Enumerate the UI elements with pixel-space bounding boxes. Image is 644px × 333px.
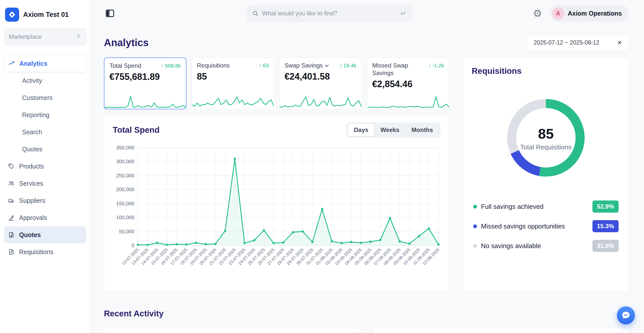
kpi-value: €755,681.89 <box>109 72 181 82</box>
recent-activity-title: Recent Activity <box>104 308 629 320</box>
page-head: Analytics 2025-07-12 ~ 2025-08-12 <box>104 34 629 51</box>
sidebar-item-label: Quotes <box>19 231 41 239</box>
kpi-label: Missed Swap Savings <box>372 62 418 77</box>
settings-gear-icon[interactable]: ⚙ <box>533 8 542 18</box>
sidebar-item-label: Analytics <box>19 60 47 67</box>
requisitions-title: Requisitions <box>472 66 620 76</box>
close-icon <box>617 40 623 46</box>
sidebar-item-label: Requisitions <box>19 248 53 256</box>
app-title: Axiom Test 01 <box>23 11 69 19</box>
app-logo-icon <box>5 8 19 22</box>
user-menu[interactable]: A Axiom Operations <box>550 5 629 22</box>
trend-up-icon: ↑ <box>339 62 342 68</box>
recent-activity-row <box>104 328 629 333</box>
recent-activity-card-right <box>372 328 629 333</box>
trend-up-icon: ↑ <box>161 63 164 69</box>
page-content: Analytics 2025-07-12 ~ 2025-08-12 Total … <box>91 27 644 333</box>
subitem-label: Customers <box>22 94 53 102</box>
requisition-document-icon <box>8 249 15 255</box>
tab-weeks[interactable]: Weeks <box>374 124 406 136</box>
kpi-card-swap-savings[interactable]: Swap Savings ↑ 18.4k €24,401.58 <box>279 57 362 109</box>
donut-total-value: 85 <box>538 125 554 142</box>
chat-widget-button[interactable] <box>617 306 635 324</box>
kpi-card-total-spend[interactable]: Total Spend ↑ 508.8k €755,681.89 <box>104 57 186 109</box>
tab-days[interactable]: Days <box>348 124 374 136</box>
tab-months[interactable]: Months <box>406 124 439 136</box>
dashboard-grid: Total Spend ↑ 508.8k €755,681.89 Requisi… <box>104 57 629 291</box>
requisitions-legend: Full savings achieved 52.9% Missed savin… <box>472 199 620 253</box>
people-icon <box>8 180 15 187</box>
recent-activity-card-left <box>104 328 360 333</box>
collapse-sidebar-button[interactable] <box>104 7 116 19</box>
legend-label: Full savings achieved <box>481 203 544 211</box>
legend-row-missed-savings: Missed savings opportunities 15.3% <box>473 219 619 234</box>
svg-text:100,000: 100,000 <box>116 215 134 220</box>
page-title: Analytics <box>104 37 149 48</box>
kpi-label: Total Spend <box>109 62 141 70</box>
main-area: ⚙ A Axiom Operations Analytics 2025-07-1… <box>91 0 644 333</box>
kpi-value: €24,401.58 <box>285 71 356 82</box>
dashboard-left-column: Total Spend ↑ 508.8k €755,681.89 Requisi… <box>104 57 449 291</box>
sidebar-item-label: Suppliers <box>19 197 45 204</box>
sidebar-item-label: Products <box>19 163 44 170</box>
svg-text:300,000: 300,000 <box>116 159 134 164</box>
trend-down-icon: ↓ <box>428 62 431 68</box>
sidebar-item-quotes[interactable]: Quotes <box>4 226 86 243</box>
sidebar-subitem-activity[interactable]: Activity <box>4 72 86 89</box>
date-range-filter[interactable]: 2025-07-12 ~ 2025-08-12 <box>527 34 629 51</box>
legend-label: Missed savings opportunities <box>481 222 565 230</box>
topbar: ⚙ A Axiom Operations <box>91 0 644 27</box>
clear-date-range-button[interactable] <box>617 40 623 46</box>
workspace-selector[interactable]: Marketplace <box>4 28 86 45</box>
svg-text:150,000: 150,000 <box>116 201 134 206</box>
legend-dot <box>473 224 477 228</box>
total-spend-chart: 050,000100,000150,000200,000250,000300,0… <box>113 144 440 283</box>
sidebar-subitem-reporting[interactable]: Reporting <box>4 106 86 123</box>
legend-dot <box>473 205 477 209</box>
requisitions-panel: Requisitions 85 Total Requisitions Full … <box>463 57 629 291</box>
quote-document-icon <box>8 231 15 238</box>
analytics-chart-icon <box>8 60 15 67</box>
kpi-sparkline <box>367 94 449 109</box>
kpi-label: Requisitions <box>197 62 230 69</box>
sidebar-subitem-quotes[interactable]: Quotes <box>4 141 86 158</box>
legend-row-full-savings: Full savings achieved 52.9% <box>473 199 619 214</box>
legend-dot <box>473 244 477 248</box>
sidebar-item-approvals[interactable]: Approvals <box>4 209 86 226</box>
kpi-trend: ↓ -1.2k <box>428 62 444 77</box>
sidebar-item-services[interactable]: Services <box>4 175 86 192</box>
tag-icon <box>8 163 15 170</box>
sidebar-nav: Analytics Activity Customers Reporting S… <box>0 45 90 260</box>
panel-collapse-icon <box>105 8 115 19</box>
search-input[interactable] <box>262 10 396 17</box>
sidebar-item-analytics[interactable]: Analytics <box>4 55 86 72</box>
sidebar-item-label: Services <box>19 180 43 187</box>
subitem-label: Reporting <box>22 111 49 119</box>
sidebar-item-label: Approvals <box>19 214 47 221</box>
kpi-card-missed-swap-savings[interactable]: Missed Swap Savings ↓ -1.2k €2,854.46 <box>367 57 450 109</box>
user-avatar: A <box>552 7 564 19</box>
kpi-label: Swap Savings <box>285 62 329 69</box>
global-search <box>247 5 411 22</box>
svg-text:350,000: 350,000 <box>116 145 134 150</box>
legend-percentage-badge: 31.8% <box>592 240 619 252</box>
period-tab-group: Days Weeks Months <box>346 122 440 138</box>
sidebar-item-requisitions[interactable]: Requisitions <box>4 243 86 260</box>
sidebar-subitem-search[interactable]: Search <box>4 123 86 141</box>
kpi-sparkline <box>192 94 274 109</box>
user-name: Axiom Operations <box>568 10 622 17</box>
svg-text:250,000: 250,000 <box>116 173 134 178</box>
requisitions-donut-wrap: 85 Total Requisitions <box>504 95 588 181</box>
legend-label: No savings available <box>481 242 541 250</box>
sidebar-item-products[interactable]: Products <box>4 158 86 175</box>
chat-bubble-icon <box>621 311 631 320</box>
sidebar-subitem-customers[interactable]: Customers <box>4 89 86 106</box>
brand: Axiom Test 01 <box>0 0 90 22</box>
kpi-value: €2,854.46 <box>372 79 444 89</box>
svg-text:200,000: 200,000 <box>116 187 134 192</box>
chevron-down-icon[interactable] <box>325 64 329 67</box>
kpi-card-requisitions[interactable]: Requisitions ↑ 63 85 <box>192 57 274 109</box>
truck-icon <box>8 197 15 204</box>
sidebar-item-suppliers[interactable]: Suppliers <box>4 192 86 209</box>
kpi-trend: ↑ 18.4k <box>339 62 356 69</box>
